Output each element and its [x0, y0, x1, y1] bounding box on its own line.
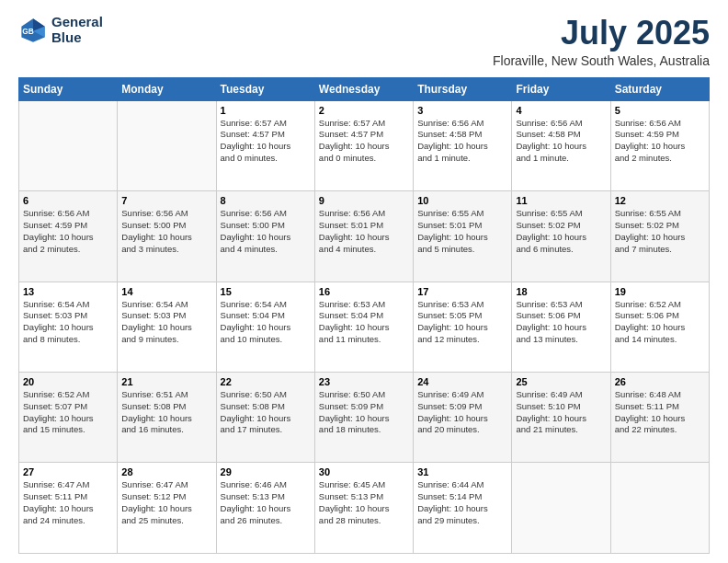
day-info: Sunrise: 6:55 AM Sunset: 5:02 PM Dayligh…	[516, 208, 606, 255]
day-info: Sunrise: 6:53 AM Sunset: 5:06 PM Dayligh…	[516, 299, 606, 346]
day-number: 19	[615, 286, 705, 297]
weekday-header-monday: Monday	[118, 77, 216, 100]
week-row-2: 6Sunrise: 6:56 AM Sunset: 4:59 PM Daylig…	[19, 191, 710, 282]
empty-cell	[118, 100, 216, 190]
empty-cell	[610, 463, 709, 554]
location-subtitle: Floraville, New South Wales, Australia	[493, 53, 710, 68]
day-number: 13	[23, 286, 113, 297]
day-number: 31	[417, 466, 507, 477]
day-number: 6	[23, 195, 113, 206]
empty-cell	[19, 100, 118, 190]
day-cell-2: 2Sunrise: 6:57 AM Sunset: 4:57 PM Daylig…	[314, 100, 413, 190]
day-cell-25: 25Sunrise: 6:49 AM Sunset: 5:10 PM Dayli…	[512, 373, 610, 463]
weekday-header-wednesday: Wednesday	[314, 77, 413, 100]
day-info: Sunrise: 6:57 AM Sunset: 4:57 PM Dayligh…	[319, 118, 409, 165]
weekday-header-friday: Friday	[512, 77, 610, 100]
logo-text: General Blue	[51, 15, 103, 45]
day-number: 3	[417, 105, 507, 116]
day-cell-4: 4Sunrise: 6:56 AM Sunset: 4:58 PM Daylig…	[512, 100, 610, 190]
day-cell-27: 27Sunrise: 6:47 AM Sunset: 5:11 PM Dayli…	[19, 463, 118, 554]
day-number: 30	[319, 466, 409, 477]
day-info: Sunrise: 6:44 AM Sunset: 5:14 PM Dayligh…	[417, 479, 507, 526]
day-number: 16	[319, 286, 409, 297]
day-number: 27	[23, 466, 113, 477]
header: GB General Blue July 2025 Floraville, Ne…	[18, 15, 710, 68]
day-cell-1: 1Sunrise: 6:57 AM Sunset: 4:57 PM Daylig…	[216, 100, 314, 190]
day-info: Sunrise: 6:53 AM Sunset: 5:05 PM Dayligh…	[417, 299, 507, 346]
day-info: Sunrise: 6:56 AM Sunset: 4:59 PM Dayligh…	[23, 208, 113, 255]
svg-text:GB: GB	[22, 27, 34, 36]
day-info: Sunrise: 6:50 AM Sunset: 5:08 PM Dayligh…	[221, 389, 311, 436]
day-number: 29	[221, 466, 311, 477]
day-info: Sunrise: 6:57 AM Sunset: 4:57 PM Dayligh…	[221, 118, 311, 165]
day-info: Sunrise: 6:55 AM Sunset: 5:01 PM Dayligh…	[417, 208, 507, 255]
logo-icon: GB	[18, 16, 48, 45]
logo: GB General Blue	[18, 15, 103, 45]
day-info: Sunrise: 6:55 AM Sunset: 5:02 PM Dayligh…	[615, 208, 705, 255]
day-cell-8: 8Sunrise: 6:56 AM Sunset: 5:00 PM Daylig…	[216, 191, 314, 282]
day-cell-10: 10Sunrise: 6:55 AM Sunset: 5:01 PM Dayli…	[414, 191, 512, 282]
day-info: Sunrise: 6:54 AM Sunset: 5:04 PM Dayligh…	[221, 299, 311, 346]
week-row-5: 27Sunrise: 6:47 AM Sunset: 5:11 PM Dayli…	[19, 463, 710, 554]
day-cell-18: 18Sunrise: 6:53 AM Sunset: 5:06 PM Dayli…	[512, 282, 610, 372]
calendar-table: SundayMondayTuesdayWednesdayThursdayFrid…	[18, 77, 710, 554]
day-number: 4	[516, 105, 606, 116]
day-info: Sunrise: 6:54 AM Sunset: 5:03 PM Dayligh…	[121, 299, 211, 346]
day-cell-26: 26Sunrise: 6:48 AM Sunset: 5:11 PM Dayli…	[610, 373, 709, 463]
day-number: 1	[221, 105, 311, 116]
day-cell-22: 22Sunrise: 6:50 AM Sunset: 5:08 PM Dayli…	[216, 373, 314, 463]
day-number: 17	[417, 286, 507, 297]
day-cell-3: 3Sunrise: 6:56 AM Sunset: 4:58 PM Daylig…	[414, 100, 512, 190]
day-info: Sunrise: 6:54 AM Sunset: 5:03 PM Dayligh…	[23, 299, 113, 346]
day-number: 10	[417, 195, 507, 206]
day-info: Sunrise: 6:47 AM Sunset: 5:12 PM Dayligh…	[121, 479, 211, 526]
day-info: Sunrise: 6:56 AM Sunset: 4:59 PM Dayligh…	[615, 118, 705, 165]
day-number: 2	[319, 105, 409, 116]
day-info: Sunrise: 6:56 AM Sunset: 5:01 PM Dayligh…	[319, 208, 409, 255]
day-cell-24: 24Sunrise: 6:49 AM Sunset: 5:09 PM Dayli…	[414, 373, 512, 463]
day-cell-29: 29Sunrise: 6:46 AM Sunset: 5:13 PM Dayli…	[216, 463, 314, 554]
day-cell-21: 21Sunrise: 6:51 AM Sunset: 5:08 PM Dayli…	[118, 373, 216, 463]
day-cell-9: 9Sunrise: 6:56 AM Sunset: 5:01 PM Daylig…	[314, 191, 413, 282]
day-number: 14	[121, 286, 211, 297]
week-row-4: 20Sunrise: 6:52 AM Sunset: 5:07 PM Dayli…	[19, 373, 710, 463]
weekday-header-sunday: Sunday	[19, 77, 118, 100]
day-number: 24	[417, 376, 507, 387]
month-title: July 2025	[493, 15, 710, 52]
day-info: Sunrise: 6:49 AM Sunset: 5:10 PM Dayligh…	[516, 389, 606, 436]
day-cell-13: 13Sunrise: 6:54 AM Sunset: 5:03 PM Dayli…	[19, 282, 118, 372]
day-info: Sunrise: 6:52 AM Sunset: 5:06 PM Dayligh…	[615, 299, 705, 346]
week-row-3: 13Sunrise: 6:54 AM Sunset: 5:03 PM Dayli…	[19, 282, 710, 372]
day-number: 23	[319, 376, 409, 387]
day-number: 25	[516, 376, 606, 387]
day-cell-28: 28Sunrise: 6:47 AM Sunset: 5:12 PM Dayli…	[118, 463, 216, 554]
day-info: Sunrise: 6:46 AM Sunset: 5:13 PM Dayligh…	[221, 479, 311, 526]
day-cell-11: 11Sunrise: 6:55 AM Sunset: 5:02 PM Dayli…	[512, 191, 610, 282]
day-info: Sunrise: 6:49 AM Sunset: 5:09 PM Dayligh…	[417, 389, 507, 436]
weekday-header-thursday: Thursday	[414, 77, 512, 100]
day-cell-6: 6Sunrise: 6:56 AM Sunset: 4:59 PM Daylig…	[19, 191, 118, 282]
day-cell-14: 14Sunrise: 6:54 AM Sunset: 5:03 PM Dayli…	[118, 282, 216, 372]
day-number: 28	[121, 466, 211, 477]
day-number: 7	[121, 195, 211, 206]
day-cell-7: 7Sunrise: 6:56 AM Sunset: 5:00 PM Daylig…	[118, 191, 216, 282]
day-number: 20	[23, 376, 113, 387]
day-cell-19: 19Sunrise: 6:52 AM Sunset: 5:06 PM Dayli…	[610, 282, 709, 372]
day-cell-30: 30Sunrise: 6:45 AM Sunset: 5:13 PM Dayli…	[314, 463, 413, 554]
day-info: Sunrise: 6:56 AM Sunset: 4:58 PM Dayligh…	[417, 118, 507, 165]
empty-cell	[512, 463, 610, 554]
day-number: 21	[121, 376, 211, 387]
day-number: 11	[516, 195, 606, 206]
day-info: Sunrise: 6:56 AM Sunset: 4:58 PM Dayligh…	[516, 118, 606, 165]
day-info: Sunrise: 6:56 AM Sunset: 5:00 PM Dayligh…	[221, 208, 311, 255]
day-cell-23: 23Sunrise: 6:50 AM Sunset: 5:09 PM Dayli…	[314, 373, 413, 463]
day-info: Sunrise: 6:47 AM Sunset: 5:11 PM Dayligh…	[23, 479, 113, 526]
day-info: Sunrise: 6:53 AM Sunset: 5:04 PM Dayligh…	[319, 299, 409, 346]
weekday-header-row: SundayMondayTuesdayWednesdayThursdayFrid…	[19, 77, 710, 100]
day-info: Sunrise: 6:45 AM Sunset: 5:13 PM Dayligh…	[319, 479, 409, 526]
day-number: 9	[319, 195, 409, 206]
day-cell-12: 12Sunrise: 6:55 AM Sunset: 5:02 PM Dayli…	[610, 191, 709, 282]
day-cell-16: 16Sunrise: 6:53 AM Sunset: 5:04 PM Dayli…	[314, 282, 413, 372]
day-number: 22	[221, 376, 311, 387]
day-info: Sunrise: 6:50 AM Sunset: 5:09 PM Dayligh…	[319, 389, 409, 436]
